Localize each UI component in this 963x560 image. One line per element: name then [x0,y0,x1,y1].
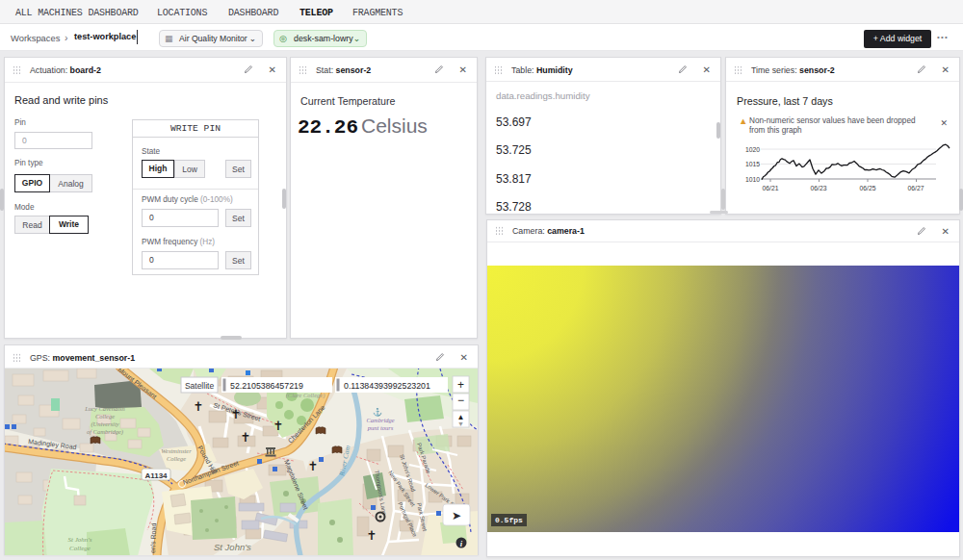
svg-text:College: College [69,545,91,552]
svg-text:1015: 1015 [745,161,760,167]
svg-text:of Cambridge): of Cambridge) [87,428,123,436]
svg-text:+: + [457,378,464,392]
svg-text:en's Road: en's Road [149,522,157,553]
svg-text:06/27: 06/27 [907,185,924,191]
svg-text:Satellite: Satellite [185,381,215,391]
svg-text:06/21: 06/21 [762,185,778,191]
svg-text:✝: ✝ [367,528,377,543]
svg-text:College: College [95,413,115,420]
svg-text:(Clare College): (Clare College) [286,392,325,399]
svg-text:College: College [167,455,186,462]
svg-text:✝: ✝ [231,407,242,421]
svg-text:1010: 1010 [745,176,760,183]
svg-text:✝: ✝ [241,430,251,445]
svg-text:06/25: 06/25 [859,185,875,191]
svg-text:−: − [457,394,464,407]
svg-text:➤: ➤ [452,509,461,522]
svg-text:52.2105386457219: 52.2105386457219 [230,381,303,391]
svg-text:✝: ✝ [273,419,284,433]
svg-text:Lucy Cavendish: Lucy Cavendish [84,405,125,412]
svg-text:✝: ✝ [308,459,319,473]
svg-text:(University: (University [91,420,118,428]
svg-text:06/23: 06/23 [810,185,826,191]
svg-text:▼: ▼ [457,420,464,427]
svg-text:Westminster: Westminster [161,447,192,454]
svg-text:0.11384393992523201: 0.11384393992523201 [344,381,430,391]
svg-text:St John's: St John's [67,536,91,544]
svg-text:St John's: St John's [214,542,251,552]
svg-text:Cambridge: Cambridge [366,417,394,423]
svg-text:⚓: ⚓ [373,407,382,417]
svg-text:✝: ✝ [194,399,204,414]
svg-text:punt tours: punt tours [367,424,394,431]
svg-text:1020: 1020 [745,146,760,153]
svg-text:A1134: A1134 [144,471,168,480]
